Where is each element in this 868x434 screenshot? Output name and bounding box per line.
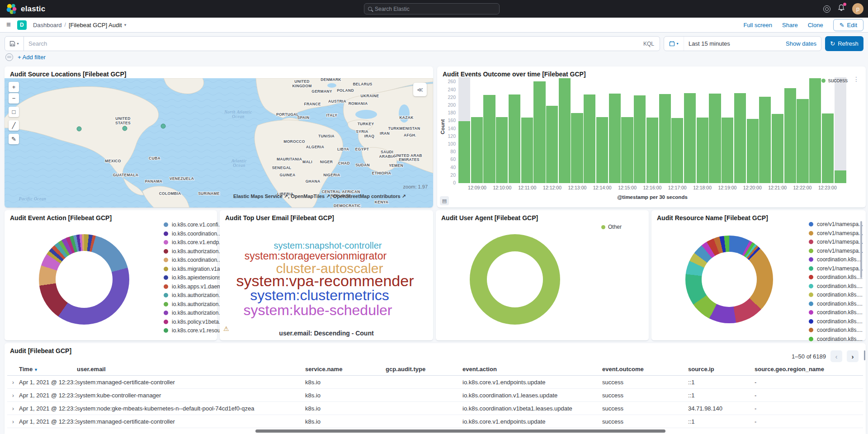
tag-cloud-word[interactable]: system:clustermetrics xyxy=(250,287,389,304)
menu-icon[interactable]: ≡ xyxy=(0,20,17,29)
bar[interactable] xyxy=(609,77,621,183)
bar[interactable] xyxy=(458,77,470,183)
bar[interactable] xyxy=(709,77,721,183)
tag-cloud-word[interactable]: system:storageversionmigrator xyxy=(245,250,387,262)
bar[interactable] xyxy=(471,77,483,183)
column-header[interactable]: source.ip xyxy=(688,366,755,373)
bar[interactable] xyxy=(797,77,808,183)
breadcrumb-dashboard[interactable]: Dashboard xyxy=(33,22,62,28)
bar[interactable] xyxy=(809,77,821,183)
legend-item[interactable]: coordination.k8s.... xyxy=(809,336,863,342)
bar[interactable] xyxy=(483,77,495,183)
bar[interactable] xyxy=(772,77,783,183)
bar[interactable] xyxy=(784,77,796,183)
legend-item[interactable]: io.k8s.authorization.... xyxy=(164,310,226,316)
notifications-button[interactable] xyxy=(838,4,845,14)
legend-item[interactable]: io.k8s.authorization.... xyxy=(164,301,226,307)
bar[interactable] xyxy=(521,77,533,183)
expand-row-button[interactable]: › xyxy=(7,392,19,399)
legend-item[interactable]: coordination.k8s.... xyxy=(809,318,863,325)
bar[interactable] xyxy=(659,77,671,183)
bar[interactable] xyxy=(634,77,646,183)
chart-legend[interactable]: Other xyxy=(601,224,622,230)
avatar[interactable]: p xyxy=(852,3,863,14)
bar[interactable] xyxy=(671,77,683,183)
column-header[interactable]: gcp.audit.type xyxy=(386,366,462,373)
full-screen-button[interactable]: Full screen xyxy=(743,22,772,28)
bar[interactable] xyxy=(835,77,846,183)
query-input[interactable]: Search xyxy=(24,40,643,47)
show-dates-button[interactable]: Show dates xyxy=(786,40,821,47)
legend-item[interactable]: core/v1/namespa... xyxy=(809,239,863,245)
prev-page-button[interactable]: ‹ xyxy=(830,350,842,362)
chart-legend[interactable]: success xyxy=(821,77,848,84)
add-filter-button[interactable]: + Add filter xyxy=(18,54,46,61)
clone-button[interactable]: Clone xyxy=(808,22,823,28)
bar[interactable] xyxy=(571,77,583,183)
legend-item[interactable]: io.k8s.apiextensions... xyxy=(164,274,226,281)
horizontal-scrollbar[interactable] xyxy=(255,429,665,433)
legend-item[interactable]: coordination.k8s.... xyxy=(809,256,863,263)
legend-item[interactable]: io.k8s.authorization.... xyxy=(164,292,226,298)
bar[interactable] xyxy=(684,77,696,183)
chevron-down-icon[interactable]: ▾ xyxy=(124,23,127,27)
expand-row-button[interactable]: › xyxy=(7,418,19,425)
legend-item[interactable]: io.k8s.core.v1.resou... xyxy=(164,327,226,334)
bar[interactable] xyxy=(546,77,558,183)
column-header[interactable]: Time▼ xyxy=(19,366,77,373)
legend-item[interactable]: io.k8s.coordination.... xyxy=(164,231,226,237)
legend-item[interactable]: io.k8s.coordination.... xyxy=(164,257,226,263)
map-attribution[interactable]: Elastic Maps Service ↗, OpenMapTiles ↗, … xyxy=(233,193,406,199)
legend-item[interactable]: core/v1/namespa... xyxy=(809,230,863,236)
dashboard-app-badge[interactable]: D xyxy=(17,20,27,30)
query-language-button[interactable]: KQL xyxy=(643,41,660,47)
map-legend-toggle-button[interactable]: ≪ xyxy=(413,83,427,96)
tag-cloud-word[interactable]: system:kube-scheduler xyxy=(243,302,392,319)
legend-scrollbar[interactable] xyxy=(860,221,862,278)
global-search[interactable] xyxy=(364,3,500,14)
zoom-in-button[interactable]: + xyxy=(9,82,19,92)
legend-item[interactable]: core/v1/namespa... xyxy=(809,265,863,272)
legend-item[interactable]: core/v1/namespa... xyxy=(809,221,863,227)
bar[interactable] xyxy=(759,77,771,183)
panel-options-icon[interactable]: ⋮ xyxy=(853,75,859,83)
bar[interactable] xyxy=(822,77,834,183)
expand-row-button[interactable]: › xyxy=(7,405,19,412)
tag-cloud-word[interactable]: system:snapshot-controller xyxy=(274,241,382,251)
column-header[interactable]: service.name xyxy=(305,366,386,373)
bar[interactable] xyxy=(496,77,508,183)
legend-item[interactable]: coordination.k8s.... xyxy=(809,301,863,307)
legend-item[interactable]: core/v1/namespa... xyxy=(809,248,863,254)
help-icon[interactable] xyxy=(823,5,830,13)
bar[interactable] xyxy=(533,77,545,183)
date-quick-select-button[interactable]: ▾ xyxy=(664,37,684,51)
bar[interactable] xyxy=(722,77,733,183)
next-page-button[interactable]: › xyxy=(847,350,859,362)
bar[interactable] xyxy=(509,77,520,183)
bar[interactable] xyxy=(559,77,571,183)
map-tools-button[interactable]: ✎ xyxy=(9,134,19,144)
share-button[interactable]: Share xyxy=(782,22,798,28)
bar[interactable] xyxy=(734,77,746,183)
expand-row-button[interactable]: › xyxy=(7,379,19,386)
bar[interactable] xyxy=(747,77,759,183)
map-data-point[interactable] xyxy=(161,124,165,128)
legend-item[interactable]: io.k8s.apps.v1.daem... xyxy=(164,283,226,290)
legend-item[interactable]: io.k8s.core.v1.confi... xyxy=(164,222,226,228)
refresh-button[interactable]: ↻Refresh xyxy=(825,36,863,51)
legend-item[interactable]: io.k8s.policy.v1beta... xyxy=(164,319,226,325)
legend-item[interactable]: io.k8s.core.v1.endp... xyxy=(164,239,226,245)
world-map[interactable]: North AtlanticOceanAtlanticOceanPacific … xyxy=(5,78,433,208)
zoom-out-button[interactable]: − xyxy=(9,93,19,104)
edit-button[interactable]: ✎Edit xyxy=(833,19,863,31)
bar[interactable] xyxy=(596,77,608,183)
legend-item[interactable]: io.k8s.authorization.... xyxy=(164,248,226,255)
time-range-value[interactable]: Last 15 minutes xyxy=(684,40,786,47)
saved-query-menu-button[interactable]: ▾ xyxy=(5,37,24,51)
table-scrollbar[interactable] xyxy=(864,350,865,360)
legend-item[interactable]: coordination.k8s.... xyxy=(809,309,863,316)
filter-menu-icon[interactable] xyxy=(5,53,13,61)
draw-tool-button[interactable]: ╱ xyxy=(9,120,19,131)
legend-item[interactable]: io.k8s.migration.v1al... xyxy=(164,266,226,272)
column-header[interactable]: event.outcome xyxy=(602,366,688,373)
